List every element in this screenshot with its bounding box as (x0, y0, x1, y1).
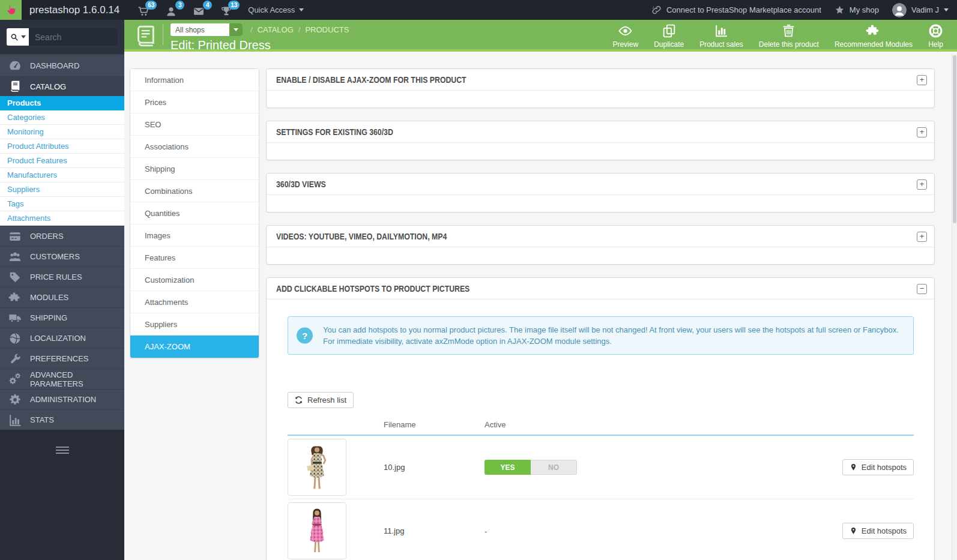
sidebar-item-shipping[interactable]: SHIPPING (0, 307, 124, 328)
sidebar-item-customers[interactable]: CUSTOMERS (0, 246, 124, 266)
product-tabs: InformationPricesSEOAssociationsShipping… (130, 68, 259, 358)
marketplace-connect-link[interactable]: Connect to PrestaShop Marketplace accoun… (651, 5, 821, 15)
panel-videos-youtube-vimeo-dailymotion-mp4: VIDEOS: YOUTUBE, VIMEO, DAILYMOTION, MP4… (266, 225, 935, 265)
scrollbar-thumb[interactable] (953, 55, 956, 223)
panel-header[interactable]: VIDEOS: YOUTUBE, VIMEO, DAILYMOTION, MP4… (267, 226, 934, 247)
active-no-button[interactable]: NO (531, 460, 577, 475)
sidebar-item-modules[interactable]: MODULES (0, 287, 124, 307)
sidebar-item-product-attributes[interactable]: Product Attributes (0, 139, 124, 154)
sidebar-item-dashboard[interactable]: DASHBOARD (0, 54, 124, 76)
expand-panel-icon[interactable]: + (917, 232, 927, 242)
product-sales-button[interactable]: Product sales (692, 23, 751, 49)
sidebar-item-price-rules[interactable]: PRICE RULES (0, 266, 124, 287)
tab-information[interactable]: Information (130, 69, 259, 91)
sidebar-item-suppliers[interactable]: Suppliers (0, 182, 124, 197)
search-button[interactable] (7, 28, 29, 46)
help-button[interactable]: Help (920, 23, 951, 49)
tab-customization[interactable]: Customization (130, 269, 259, 291)
tab-associations[interactable]: Associations (130, 136, 259, 158)
sidebar-item-catalog[interactable]: CATALOG (0, 76, 124, 96)
tab-features[interactable]: Features (130, 247, 259, 269)
panels-column: ENABLE / DISABLE AJAX-ZOOM FOR THIS PROD… (266, 68, 935, 560)
product-image-thumbnail[interactable] (288, 502, 346, 559)
tab-attachments[interactable]: Attachments (130, 291, 259, 313)
column-header-active: Active (485, 420, 914, 429)
stats-icon (8, 414, 22, 427)
sidebar-item-advanced-parameters[interactable]: ADVANCED PARAMETERS (0, 369, 124, 389)
edit-hotspots-button[interactable]: Edit hotspots (842, 459, 914, 475)
sidebar-item-tags[interactable]: Tags (0, 197, 124, 211)
user-name: Vadim J (911, 5, 939, 14)
trophy-notification-button[interactable]: 13 (219, 1, 238, 19)
my-shop-link[interactable]: My shop (835, 5, 879, 15)
delete-this-product-button[interactable]: Delete this product (751, 23, 827, 49)
notification-badge: 3 (175, 1, 184, 10)
star-icon (835, 5, 845, 15)
column-header-filename: Filename (384, 420, 485, 429)
shop-select-dropdown[interactable]: All shops (171, 23, 243, 36)
tab-combinations[interactable]: Combinations (130, 180, 259, 202)
tab-shipping[interactable]: Shipping (130, 158, 259, 180)
table-row: 11.jpg-Edit hotspots (288, 499, 914, 560)
expand-panel-icon[interactable]: + (917, 75, 927, 85)
duplicate-icon (662, 23, 677, 38)
cart-notification-button[interactable]: 63 (136, 1, 155, 19)
tab-prices[interactable]: Prices (130, 91, 259, 113)
eye-icon (618, 23, 633, 38)
active-yes-button[interactable]: YES (485, 460, 531, 475)
people-icon (8, 250, 22, 263)
map-pin-icon (850, 526, 857, 535)
panel-header[interactable]: ADD CLICKABLE HOTSPOTS TO PRODUCT PICTUR… (267, 278, 934, 300)
tab-images[interactable]: Images (130, 224, 259, 247)
chevron-down-icon (299, 8, 304, 11)
filename-cell: 10.jpg (384, 463, 485, 472)
sidebar-item-categories[interactable]: Categories (0, 110, 124, 125)
envelope-notification-button[interactable]: 4 (192, 1, 211, 19)
breadcrumb-products[interactable]: PRODUCTS (298, 25, 349, 34)
sidebar-item-administration[interactable]: ADMINISTRATION (0, 389, 124, 409)
duplicate-button[interactable]: Duplicate (646, 23, 692, 49)
user-menu[interactable]: Vadim J (892, 3, 949, 17)
header-actions: PreviewDuplicateProduct salesDelete this… (605, 20, 951, 52)
vertical-scrollbar[interactable] (952, 54, 957, 560)
sidebar-item-preferences[interactable]: PREFERENCES (0, 348, 124, 369)
gears-icon (8, 373, 22, 386)
panel-header[interactable]: 360/3D VIEWS+ (267, 173, 934, 195)
tab-seo[interactable]: SEO (130, 113, 259, 136)
tab-quantities[interactable]: Quantities (130, 202, 259, 224)
prestashop-logo[interactable] (0, 0, 22, 20)
breadcrumb-catalog[interactable]: CATALOG (250, 25, 294, 34)
sidebar-item-localization[interactable]: LOCALIZATION (0, 328, 124, 348)
chain-link-icon (651, 5, 662, 15)
tab-ajax-zoom[interactable]: AJAX-ZOOM (130, 336, 259, 358)
recommended-modules-button[interactable]: Recommended Modules (827, 23, 920, 49)
chevron-down-icon (944, 8, 949, 11)
sidebar: DASHBOARDCATALOGProductsCategoriesMonito… (0, 20, 124, 560)
sidebar-item-products[interactable]: Products (0, 96, 124, 110)
sidebar-collapse-button[interactable] (56, 447, 69, 454)
refresh-list-button[interactable]: Refresh list (288, 392, 354, 408)
tab-suppliers[interactable]: Suppliers (130, 313, 259, 336)
filename-cell: 11.jpg (384, 526, 485, 535)
panel-title: ADD CLICKABLE HOTSPOTS TO PRODUCT PICTUR… (276, 283, 469, 294)
edit-hotspots-button[interactable]: Edit hotspots (842, 523, 914, 539)
sidebar-item-orders[interactable]: ORDERS (0, 226, 124, 246)
expand-panel-icon[interactable]: + (917, 179, 927, 190)
quick-access-menu[interactable]: Quick Access (248, 5, 304, 14)
sidebar-menu: DASHBOARDCATALOGProductsCategoriesMonito… (0, 54, 124, 430)
sidebar-item-attachments[interactable]: Attachments (0, 211, 124, 226)
sidebar-search (0, 20, 124, 54)
product-image-thumbnail[interactable] (288, 439, 346, 496)
preview-button[interactable]: Preview (605, 23, 646, 49)
panel-header[interactable]: ENABLE / DISABLE AJAX-ZOOM FOR THIS PROD… (267, 69, 934, 91)
sidebar-item-product-features[interactable]: Product Features (0, 154, 124, 168)
sidebar-item-manufacturers[interactable]: Manufacturers (0, 168, 124, 182)
sidebar-item-stats[interactable]: STATS (0, 409, 124, 430)
panel-header[interactable]: SETTINGS FOR EXISTING 360/3D+ (267, 121, 934, 143)
expand-panel-icon[interactable]: + (917, 127, 927, 137)
panel-title: 360/3D VIEWS (276, 179, 326, 189)
collapse-panel-icon[interactable]: − (917, 284, 927, 294)
sidebar-item-monitoring[interactable]: Monitoring (0, 125, 124, 139)
person-notification-button[interactable]: 3 (164, 1, 183, 19)
search-input[interactable] (29, 28, 118, 46)
